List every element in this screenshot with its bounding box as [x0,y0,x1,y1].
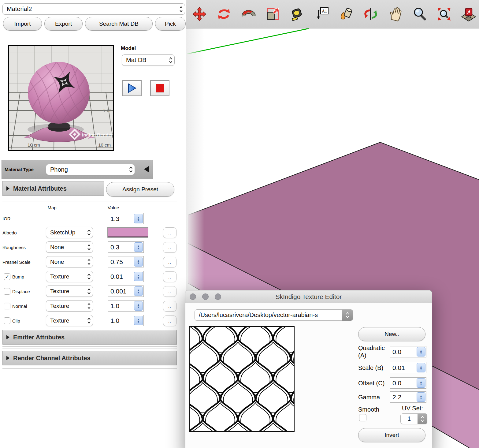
fresnel-scale-label: Fresnel Scale [2,259,31,265]
texture-editor-titlebar[interactable]: SkIndigo Texture Editor [185,290,432,303]
bump-more-button[interactable]: .. [163,271,176,282]
ior-value-field[interactable]: 1.3 [108,213,144,224]
quadratic-value-field[interactable]: 0.0 [390,346,426,357]
invert-button[interactable]: Invert [358,428,425,442]
stepper-icon[interactable] [134,257,143,267]
import-button[interactable]: Import [3,17,42,31]
ior-label: IOR [2,216,11,221]
texture-preview [189,326,295,432]
chevron-updown-icon [129,166,133,173]
move-tool-icon[interactable] [191,5,207,23]
roughness-more-button[interactable]: .. [163,242,176,253]
albedo-more-button[interactable]: .. [163,227,176,238]
pan-tool-icon[interactable] [387,5,403,23]
displace-map-select[interactable]: Texture [46,286,93,297]
scale-value-field[interactable]: 0.01 [390,362,426,373]
bump-checkbox[interactable]: ✓ [4,273,10,280]
model-select[interactable]: Mat DB [122,54,175,66]
svg-text:10 cm: 10 cm [98,142,111,147]
roughness-value-field[interactable]: 0.3 [108,241,144,253]
export-button[interactable]: Export [44,17,83,31]
fresnel-map-select[interactable]: None [46,256,93,267]
normal-value-field[interactable]: 1.0 [108,300,144,312]
select-stepper[interactable] [342,309,353,321]
assign-preset-button[interactable]: Assign Preset [106,182,174,197]
texture-editor-window: SkIndigo Texture Editor /Users/lucasrive… [185,290,432,448]
value-column-header: Value [108,205,119,210]
stepper-icon[interactable] [417,363,425,372]
tape-measure-icon[interactable] [289,5,305,23]
stepper-icon[interactable] [417,347,425,357]
search-mat-db-button[interactable]: Search Mat DB [85,17,153,31]
uv-set-select[interactable]: 1 [400,413,427,424]
bump-map-select[interactable]: Texture [46,271,93,282]
stepper-icon[interactable] [134,286,143,296]
chevron-updown-icon [87,317,91,324]
close-window-icon[interactable] [190,293,196,300]
green-axis [187,28,309,54]
quadratic-label: Quadratic (A) [358,344,389,359]
albedo-map-select[interactable]: SketchUp [46,227,93,238]
paint-bucket-icon[interactable] [338,5,354,23]
zoom-extents-icon[interactable] [436,5,452,23]
material-type-select[interactable]: Phong [46,164,135,175]
arabesque-pattern [190,327,294,431]
stepper-icon[interactable] [134,272,143,281]
stepper-icon[interactable] [417,378,425,388]
stepper-icon[interactable] [417,392,425,402]
fresnel-more-button[interactable]: .. [163,257,176,267]
bump-value-field[interactable]: 0.01 [108,271,144,282]
displace-value-field[interactable]: 0.001 [108,286,144,297]
new-texture-button[interactable]: New.. [358,327,425,341]
smooth-checkbox[interactable] [359,414,366,421]
albedo-label: Albedo [2,230,17,235]
zoom-tool-icon[interactable] [412,5,428,23]
material-preview-image: Indigo Renderer 10 cm 10 cm 0 cm [8,45,114,151]
emitter-attributes-header[interactable]: Emitter Attributes [2,330,177,345]
orbit-tool-icon[interactable] [363,5,379,23]
stepper-icon[interactable] [134,214,143,223]
stepper-icon[interactable] [134,242,143,252]
fresnel-value-field[interactable]: 0.75 [108,256,144,267]
chevron-updown-icon [87,244,91,251]
svg-text:10 cm: 10 cm [28,142,40,147]
normal-checkbox[interactable] [4,303,10,309]
normal-more-button[interactable]: .. [163,301,176,312]
render-channel-attributes-header[interactable]: Render Channel Attributes [2,351,177,365]
displace-more-button[interactable]: .. [163,286,176,297]
expand-arrow-icon [6,356,9,360]
texture-path-select[interactable]: /Users/lucasrivera/Desktop/vector-arabia… [195,309,353,321]
scale-tool-icon[interactable] [265,5,281,23]
offset-value-field[interactable]: 0.0 [390,377,426,389]
collapse-arrow-icon[interactable] [144,166,149,172]
clip-label: Clip [12,318,20,323]
material-select[interactable]: Material2 [2,3,185,15]
zoom-window-icon[interactable] [215,293,221,300]
chevron-updown-icon [87,258,91,266]
roughness-map-select[interactable]: None [46,241,93,253]
material-attributes-header[interactable]: Material Attributes [2,181,104,196]
text-tool-icon[interactable]: A1 [314,5,330,23]
chevron-updown-icon [87,229,91,236]
render-stop-button[interactable] [150,80,169,96]
follow-me-tool-icon[interactable] [240,5,256,23]
displace-checkbox[interactable] [4,288,10,295]
albedo-color-swatch[interactable] [107,227,148,237]
minimize-window-icon[interactable] [202,293,209,300]
clip-map-select[interactable]: Texture [46,315,93,326]
render-play-button[interactable] [122,80,142,96]
stepper-icon[interactable] [134,301,143,311]
export-render-icon[interactable] [461,5,477,23]
window-controls [190,293,221,300]
clip-value-field[interactable]: 1.0 [108,315,144,326]
gamma-value-field[interactable]: 2.2 [390,391,426,403]
clip-checkbox[interactable] [4,317,10,324]
rotate-tool-icon[interactable] [216,5,232,23]
select-stepper[interactable] [418,413,427,424]
stepper-icon[interactable] [134,316,143,325]
clip-more-button[interactable]: .. [163,315,176,326]
sketchup-toolbar: A1 [186,0,479,28]
expand-arrow-icon [6,335,9,339]
normal-map-select[interactable]: Texture [46,300,93,312]
pick-button[interactable]: Pick [155,17,186,31]
